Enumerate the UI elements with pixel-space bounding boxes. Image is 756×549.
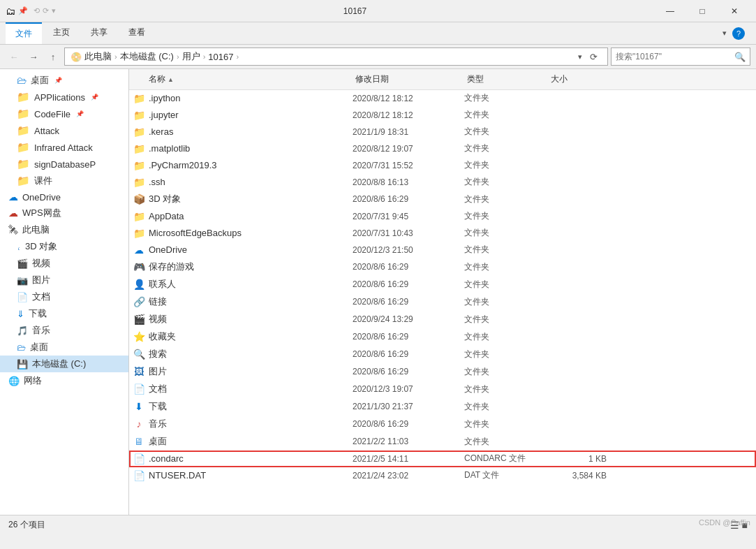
file-name: .matplotlib bbox=[149, 143, 353, 154]
sidebar-item-desktop2[interactable]: 🗁 桌面 bbox=[0, 339, 128, 356]
file-icon: 📁 bbox=[129, 211, 149, 222]
file-name: 3D 对象 bbox=[149, 193, 353, 205]
sidebar-item-video[interactable]: 🎬 视频 bbox=[0, 255, 128, 272]
file-type: 文件夹 bbox=[464, 366, 548, 378]
path-folder-label[interactable]: 10167 bbox=[208, 52, 233, 62]
col-header-type[interactable]: 类型 bbox=[464, 72, 548, 87]
close-button[interactable]: ✕ bbox=[718, 0, 750, 22]
table-row[interactable]: 📁 .ssh 2020/8/8 16:13 文件夹 bbox=[129, 174, 756, 191]
maximize-button[interactable]: □ bbox=[686, 0, 718, 22]
file-icon: 📁 bbox=[129, 228, 149, 239]
sidebar-label-applications: APPlications bbox=[34, 92, 85, 103]
file-name: 图片 bbox=[149, 365, 353, 378]
help-icon[interactable]: ? bbox=[732, 27, 745, 40]
sidebar-item-thispc[interactable]: 🛰 此电脑 bbox=[0, 221, 128, 238]
up-button[interactable]: ↑ bbox=[45, 48, 61, 65]
file-name: .PyCharm2019.3 bbox=[149, 160, 353, 170]
col-header-name[interactable]: 名称 ▲ bbox=[129, 72, 353, 87]
tab-home[interactable]: 主页 bbox=[43, 22, 80, 44]
refresh-button[interactable]: ⟳ bbox=[585, 48, 602, 65]
sidebar-item-network[interactable]: 🌐 网络 bbox=[0, 372, 128, 389]
path-pc-label[interactable]: 此电脑 bbox=[84, 50, 112, 63]
file-type: 文件夹 bbox=[464, 383, 548, 395]
sidebar-item-music[interactable]: 🎵 音乐 bbox=[0, 322, 128, 339]
sidebar-item-infrared[interactable]: 📁 Infrared Attack bbox=[0, 139, 128, 156]
table-row[interactable]: ♪ 音乐 2020/8/6 16:29 文件夹 bbox=[129, 416, 756, 433]
col-header-date[interactable]: 修改日期 bbox=[353, 72, 464, 87]
sidebar-label-thispc: 此电脑 bbox=[22, 224, 50, 236]
file-icon: 📄 bbox=[129, 453, 149, 464]
table-row[interactable]: 📁 .ipython 2020/8/12 18:12 文件夹 bbox=[129, 90, 756, 107]
sidebar-label-picture: 图片 bbox=[32, 274, 50, 286]
sidebar-item-onedrive[interactable]: ☁ OneDrive bbox=[0, 189, 128, 205]
collapse-ribbon-icon[interactable]: ▾ bbox=[722, 29, 727, 38]
music-icon: 🎵 bbox=[17, 325, 28, 336]
file-name: OneDrive bbox=[149, 244, 353, 255]
sidebar-item-applications[interactable]: 📁 APPlications 📌 bbox=[0, 89, 128, 105]
sidebar-item-document[interactable]: 📄 文档 bbox=[0, 288, 128, 305]
table-row[interactable]: 👤 联系人 2020/8/6 16:29 文件夹 bbox=[129, 276, 756, 293]
sidebar-item-download[interactable]: ⇓ 下载 bbox=[0, 305, 128, 322]
table-row[interactable]: ⭐ 收藏夹 2020/8/6 16:29 文件夹 bbox=[129, 328, 756, 346]
minimize-button[interactable]: — bbox=[654, 0, 686, 22]
path-dropdown-icon[interactable]: ▾ bbox=[578, 52, 582, 61]
forward-button[interactable]: → bbox=[25, 48, 42, 65]
table-row[interactable]: 📁 MicrosoftEdgeBackups 2020/7/31 10:43 文… bbox=[129, 225, 756, 242]
file-date: 2020/7/31 9:45 bbox=[353, 212, 464, 221]
tab-share[interactable]: 共享 bbox=[81, 22, 117, 44]
file-type: 文件夹 bbox=[464, 109, 548, 121]
table-row[interactable]: 📁 .jupyter 2020/8/12 18:12 文件夹 bbox=[129, 107, 756, 124]
sidebar-item-coursework[interactable]: 📁 课件 bbox=[0, 173, 128, 189]
address-path-bar[interactable]: 📀 此电脑 › 本地磁盘 (C:) › 用户 › 10167 › ▾ ⟳ bbox=[64, 47, 608, 66]
file-name: 视频 bbox=[149, 313, 353, 325]
search-box[interactable]: 🔍 bbox=[611, 47, 750, 66]
table-row[interactable]: ☁ OneDrive 2020/12/3 21:50 文件夹 bbox=[129, 242, 756, 258]
sidebar-item-wps[interactable]: ☁ WPS网盘 bbox=[0, 205, 128, 221]
sidebar-item-picture[interactable]: 📷 图片 bbox=[0, 272, 128, 288]
path-sep3: › bbox=[203, 52, 206, 61]
col-header-size[interactable]: 大小 bbox=[548, 72, 618, 87]
tab-file[interactable]: 文件 bbox=[6, 22, 42, 44]
file-type: 文件夹 bbox=[464, 436, 548, 448]
table-row[interactable]: 📄 .condarc 2021/2/5 14:11 CONDARC 文件 1 K… bbox=[129, 451, 756, 467]
search-icon[interactable]: 🔍 bbox=[734, 52, 746, 62]
path-users-label[interactable]: 用户 bbox=[182, 50, 200, 63]
redo-icon[interactable]: ⟳ bbox=[43, 6, 49, 15]
table-row[interactable]: 📁 AppData 2020/7/31 9:45 文件夹 bbox=[129, 208, 756, 225]
table-row[interactable]: 📄 NTUSER.DAT 2021/2/4 23:02 DAT 文件 3,584… bbox=[129, 467, 756, 484]
file-icon: ♪ bbox=[129, 418, 149, 430]
back-button[interactable]: ← bbox=[6, 48, 22, 65]
sidebar-item-attack[interactable]: 📁 Attack bbox=[0, 122, 128, 139]
sidebar-label-localc: 本地磁盘 (C:) bbox=[32, 358, 86, 370]
search-input[interactable] bbox=[616, 52, 732, 61]
file-name: .ssh bbox=[149, 177, 353, 187]
sidebar-item-codefile[interactable]: 📁 CodeFile 📌 bbox=[0, 105, 128, 122]
table-row[interactable]: 🎬 视频 2020/9/24 13:29 文件夹 bbox=[129, 311, 756, 328]
table-row[interactable]: 📄 文档 2020/12/3 19:07 文件夹 bbox=[129, 381, 756, 398]
tab-view[interactable]: 查看 bbox=[119, 22, 155, 44]
undo-icon[interactable]: ⟲ bbox=[34, 6, 40, 15]
table-row[interactable]: 🔗 链接 2020/8/6 16:29 文件夹 bbox=[129, 293, 756, 311]
table-row[interactable]: 📦 3D 对象 2020/8/6 16:29 文件夹 bbox=[129, 191, 756, 208]
table-row[interactable]: 📁 .keras 2021/1/9 18:31 文件夹 bbox=[129, 124, 756, 140]
title-bar-icons: 🗂 📌 ⟲ ⟳ ▾ bbox=[6, 6, 56, 17]
path-sep1: › bbox=[114, 52, 117, 61]
file-icon: 📦 bbox=[129, 193, 149, 205]
table-row[interactable]: 📁 .PyCharm2019.3 2020/7/31 15:52 文件夹 bbox=[129, 157, 756, 174]
table-row[interactable]: 📁 .matplotlib 2020/8/12 19:07 文件夹 bbox=[129, 140, 756, 157]
sidebar-item-signdatabase[interactable]: 📁 signDatabaseP bbox=[0, 156, 128, 173]
table-row[interactable]: 🖼 图片 2020/8/6 16:29 文件夹 bbox=[129, 363, 756, 381]
table-row[interactable]: ⬇ 下载 2021/1/30 21:37 文件夹 bbox=[129, 398, 756, 416]
main-layout: 🗁 桌面 📌 📁 APPlications 📌 📁 CodeFile 📌 📁 A… bbox=[0, 69, 756, 515]
table-row[interactable]: 🖥 桌面 2021/2/2 11:03 文件夹 bbox=[129, 433, 756, 451]
file-date: 2020/9/24 13:29 bbox=[353, 314, 464, 324]
table-row[interactable]: 🎮 保存的游戏 2020/8/6 16:29 文件夹 bbox=[129, 258, 756, 276]
path-sep4: › bbox=[236, 52, 239, 61]
table-row[interactable]: 🔍 搜索 2020/8/6 16:29 文件夹 bbox=[129, 346, 756, 363]
file-list-header: 名称 ▲ 修改日期 类型 大小 bbox=[129, 69, 756, 90]
sidebar-item-desktop[interactable]: 🗁 桌面 📌 bbox=[0, 72, 128, 89]
sidebar-item-localc[interactable]: 💾 本地磁盘 (C:) bbox=[0, 356, 128, 372]
path-drive-label[interactable]: 本地磁盘 (C:) bbox=[120, 50, 174, 63]
quick-access-icon[interactable]: 📌 bbox=[18, 6, 28, 15]
sidebar-item-3d[interactable]: ⸲ 3D 对象 bbox=[0, 238, 128, 255]
